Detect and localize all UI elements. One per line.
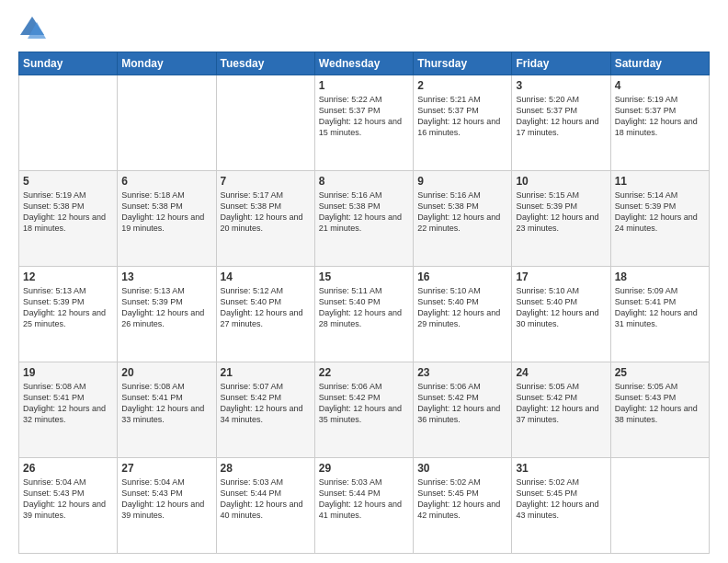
calendar-cell: 29Sunrise: 5:03 AM Sunset: 5:44 PM Dayli…: [314, 458, 413, 554]
calendar-cell: 27Sunrise: 5:04 AM Sunset: 5:43 PM Dayli…: [118, 458, 216, 554]
day-number: 27: [121, 462, 211, 475]
day-info: Sunrise: 5:03 AM Sunset: 5:44 PM Dayligh…: [319, 477, 409, 522]
weekday-header: Sunday: [19, 52, 118, 75]
calendar-week-row: 1Sunrise: 5:22 AM Sunset: 5:37 PM Daylig…: [19, 75, 710, 171]
calendar-cell: 10Sunrise: 5:15 AM Sunset: 5:39 PM Dayli…: [512, 171, 610, 267]
day-info: Sunrise: 5:04 AM Sunset: 5:43 PM Dayligh…: [121, 477, 211, 522]
calendar-cell: 25Sunrise: 5:05 AM Sunset: 5:43 PM Dayli…: [610, 362, 709, 458]
day-info: Sunrise: 5:19 AM Sunset: 5:37 PM Dayligh…: [615, 94, 705, 139]
day-number: 28: [221, 462, 311, 475]
calendar-cell: 2Sunrise: 5:21 AM Sunset: 5:37 PM Daylig…: [414, 75, 512, 171]
day-info: Sunrise: 5:08 AM Sunset: 5:41 PM Dayligh…: [23, 381, 113, 426]
calendar-cell: 24Sunrise: 5:05 AM Sunset: 5:42 PM Dayli…: [512, 362, 610, 458]
day-info: Sunrise: 5:18 AM Sunset: 5:38 PM Dayligh…: [121, 190, 211, 235]
day-info: Sunrise: 5:19 AM Sunset: 5:38 PM Dayligh…: [23, 190, 113, 235]
calendar-cell: 16Sunrise: 5:10 AM Sunset: 5:40 PM Dayli…: [414, 267, 512, 362]
day-info: Sunrise: 5:16 AM Sunset: 5:38 PM Dayligh…: [417, 190, 507, 235]
calendar-week-row: 5Sunrise: 5:19 AM Sunset: 5:38 PM Daylig…: [19, 171, 710, 267]
day-number: 4: [615, 79, 705, 92]
calendar-cell: [216, 75, 314, 171]
calendar-week-row: 26Sunrise: 5:04 AM Sunset: 5:43 PM Dayli…: [19, 458, 710, 554]
day-number: 20: [121, 366, 211, 379]
day-info: Sunrise: 5:16 AM Sunset: 5:38 PM Dayligh…: [319, 190, 409, 235]
day-info: Sunrise: 5:05 AM Sunset: 5:43 PM Dayligh…: [615, 381, 705, 426]
day-info: Sunrise: 5:06 AM Sunset: 5:42 PM Dayligh…: [319, 381, 409, 426]
day-number: 29: [319, 462, 409, 475]
day-info: Sunrise: 5:02 AM Sunset: 5:45 PM Dayligh…: [417, 477, 507, 522]
calendar-cell: 8Sunrise: 5:16 AM Sunset: 5:38 PM Daylig…: [314, 171, 413, 267]
calendar-cell: 19Sunrise: 5:08 AM Sunset: 5:41 PM Dayli…: [19, 362, 118, 458]
day-number: 2: [417, 79, 507, 92]
calendar-week-row: 19Sunrise: 5:08 AM Sunset: 5:41 PM Dayli…: [19, 362, 710, 458]
day-number: 7: [221, 175, 311, 188]
day-number: 18: [615, 270, 705, 283]
day-number: 26: [23, 462, 113, 475]
calendar-cell: 20Sunrise: 5:08 AM Sunset: 5:41 PM Dayli…: [118, 362, 216, 458]
calendar-cell: 28Sunrise: 5:03 AM Sunset: 5:44 PM Dayli…: [216, 458, 314, 554]
calendar-cell: 31Sunrise: 5:02 AM Sunset: 5:45 PM Dayli…: [512, 458, 610, 554]
page: SundayMondayTuesdayWednesdayThursdayFrid…: [0, 0, 728, 563]
calendar-cell: 22Sunrise: 5:06 AM Sunset: 5:42 PM Dayli…: [314, 362, 413, 458]
calendar-week-row: 12Sunrise: 5:13 AM Sunset: 5:39 PM Dayli…: [19, 267, 710, 362]
calendar-cell: 12Sunrise: 5:13 AM Sunset: 5:39 PM Dayli…: [19, 267, 118, 362]
day-info: Sunrise: 5:02 AM Sunset: 5:45 PM Dayligh…: [516, 477, 606, 522]
day-number: 1: [319, 79, 409, 92]
calendar-cell: [19, 75, 118, 171]
calendar-cell: 11Sunrise: 5:14 AM Sunset: 5:39 PM Dayli…: [610, 171, 709, 267]
day-number: 16: [417, 270, 507, 283]
day-info: Sunrise: 5:13 AM Sunset: 5:39 PM Dayligh…: [23, 285, 113, 330]
calendar-cell: 14Sunrise: 5:12 AM Sunset: 5:40 PM Dayli…: [216, 267, 314, 362]
calendar-cell: 4Sunrise: 5:19 AM Sunset: 5:37 PM Daylig…: [610, 75, 709, 171]
day-number: 5: [23, 175, 113, 188]
day-info: Sunrise: 5:03 AM Sunset: 5:44 PM Dayligh…: [221, 477, 311, 522]
day-info: Sunrise: 5:20 AM Sunset: 5:37 PM Dayligh…: [516, 94, 606, 139]
day-number: 22: [319, 366, 409, 379]
logo: [18, 15, 50, 42]
day-number: 30: [417, 462, 507, 475]
calendar-cell: 26Sunrise: 5:04 AM Sunset: 5:43 PM Dayli…: [19, 458, 118, 554]
weekday-header: Monday: [118, 52, 216, 75]
day-info: Sunrise: 5:11 AM Sunset: 5:40 PM Dayligh…: [319, 285, 409, 330]
day-info: Sunrise: 5:13 AM Sunset: 5:39 PM Dayligh…: [121, 285, 211, 330]
day-info: Sunrise: 5:08 AM Sunset: 5:41 PM Dayligh…: [121, 381, 211, 426]
calendar-cell: 1Sunrise: 5:22 AM Sunset: 5:37 PM Daylig…: [314, 75, 413, 171]
header: [18, 15, 710, 42]
calendar-header-row: SundayMondayTuesdayWednesdayThursdayFrid…: [19, 52, 710, 75]
calendar-cell: 17Sunrise: 5:10 AM Sunset: 5:40 PM Dayli…: [512, 267, 610, 362]
day-info: Sunrise: 5:22 AM Sunset: 5:37 PM Dayligh…: [319, 94, 409, 139]
calendar-cell: 18Sunrise: 5:09 AM Sunset: 5:41 PM Dayli…: [610, 267, 709, 362]
day-info: Sunrise: 5:09 AM Sunset: 5:41 PM Dayligh…: [615, 285, 705, 330]
day-number: 12: [23, 270, 113, 283]
day-info: Sunrise: 5:15 AM Sunset: 5:39 PM Dayligh…: [516, 190, 606, 235]
day-number: 13: [121, 270, 211, 283]
day-number: 10: [516, 175, 606, 188]
calendar-cell: 6Sunrise: 5:18 AM Sunset: 5:38 PM Daylig…: [118, 171, 216, 267]
calendar-table: SundayMondayTuesdayWednesdayThursdayFrid…: [18, 52, 710, 554]
weekday-header: Friday: [512, 52, 610, 75]
weekday-header: Wednesday: [314, 52, 413, 75]
day-number: 25: [615, 366, 705, 379]
day-info: Sunrise: 5:06 AM Sunset: 5:42 PM Dayligh…: [417, 381, 507, 426]
day-number: 8: [319, 175, 409, 188]
day-info: Sunrise: 5:07 AM Sunset: 5:42 PM Dayligh…: [221, 381, 311, 426]
day-info: Sunrise: 5:10 AM Sunset: 5:40 PM Dayligh…: [417, 285, 507, 330]
day-number: 9: [417, 175, 507, 188]
day-number: 11: [615, 175, 705, 188]
logo-icon: [18, 15, 46, 42]
calendar-cell: 9Sunrise: 5:16 AM Sunset: 5:38 PM Daylig…: [414, 171, 512, 267]
day-number: 15: [319, 270, 409, 283]
day-number: 19: [23, 366, 113, 379]
calendar-cell: 5Sunrise: 5:19 AM Sunset: 5:38 PM Daylig…: [19, 171, 118, 267]
day-number: 3: [516, 79, 606, 92]
day-info: Sunrise: 5:17 AM Sunset: 5:38 PM Dayligh…: [221, 190, 311, 235]
day-number: 14: [221, 270, 311, 283]
weekday-header: Thursday: [414, 52, 512, 75]
calendar-cell: 15Sunrise: 5:11 AM Sunset: 5:40 PM Dayli…: [314, 267, 413, 362]
day-info: Sunrise: 5:21 AM Sunset: 5:37 PM Dayligh…: [417, 94, 507, 139]
day-number: 23: [417, 366, 507, 379]
day-number: 31: [516, 462, 606, 475]
day-info: Sunrise: 5:05 AM Sunset: 5:42 PM Dayligh…: [516, 381, 606, 426]
day-number: 17: [516, 270, 606, 283]
calendar-cell: [610, 458, 709, 554]
calendar-cell: 7Sunrise: 5:17 AM Sunset: 5:38 PM Daylig…: [216, 171, 314, 267]
